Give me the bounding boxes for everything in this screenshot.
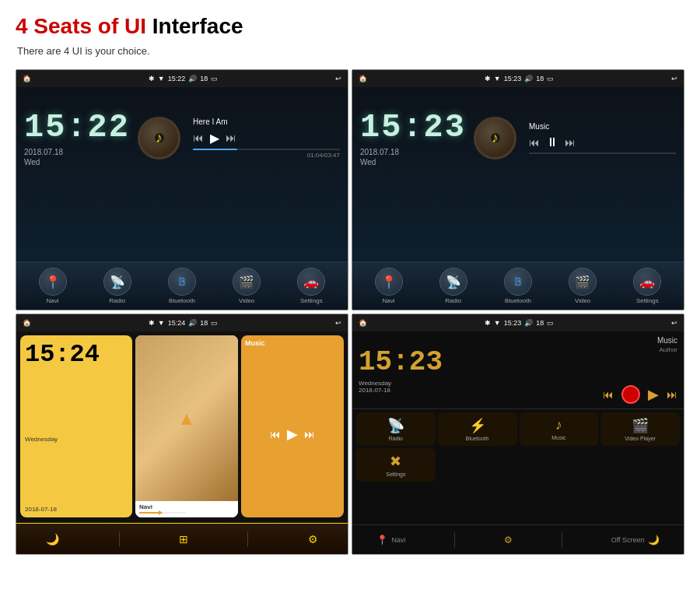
svg-marker-2	[159, 510, 163, 515]
music-player-1: ♪ Here I Am ⏮ ▶ ⏭ 01:04/03:47	[138, 117, 340, 160]
bluetooth-icon-circle-2: 𝔹	[504, 268, 532, 296]
screen-2: 🏠 ✱ ▼ 15:23 🔊 18 ▭ ↩ 15:23 2018.07.18 We…	[352, 69, 684, 310]
nav-settings-1[interactable]: 🚗 Settings	[297, 268, 325, 304]
record-btn-4[interactable]	[621, 385, 640, 404]
nav-video-1[interactable]: 🎬 Video	[233, 268, 261, 304]
status-left-3: 🏠	[23, 319, 31, 327]
bluetooth-icon-circle-1: 𝔹	[168, 268, 196, 296]
nav-navi-1[interactable]: 📍 Navi	[39, 268, 67, 304]
play-btn-2[interactable]: ⏸	[546, 135, 558, 149]
back-icon-4[interactable]: ↩	[671, 319, 677, 327]
bluetooth-status-4: ✱	[485, 319, 491, 327]
settings-label-4: Settings	[386, 472, 405, 477]
song-title-1: Here I Am	[193, 117, 340, 126]
signal-status-4: ▼	[494, 319, 501, 327]
radio-icon-4: 📡	[387, 417, 404, 434]
offscreen-icon-4: 🌙	[648, 535, 660, 545]
date-2: 2018.07.18	[360, 148, 466, 156]
status-right-4: ↩	[671, 319, 677, 327]
music-prev-4[interactable]: ⏮	[603, 388, 614, 401]
screen-icon-3: ▭	[211, 319, 218, 327]
icon-grid-4: 📡 Radio ⚡ Bluetooth ♪ Music 🎬 Video Play…	[352, 409, 684, 485]
date2-3: 2018-07-18	[25, 506, 128, 513]
radio-icon-1: 📡	[110, 275, 125, 289]
music-card-3: Music ⏮ ▶ ⏭	[241, 335, 344, 517]
icon-video-4[interactable]: 🎬 Video Player	[600, 412, 680, 446]
icon-music-4[interactable]: ♪ Music	[520, 412, 599, 446]
music-icon-4: ♪	[555, 417, 562, 433]
progress-bar-1	[193, 149, 340, 150]
icon-bluetooth-4[interactable]: ⚡ Bluetooth	[438, 412, 517, 446]
icon-radio-4[interactable]: 📡 Radio	[356, 412, 436, 446]
nav-radio-2[interactable]: 📡 Radio	[439, 268, 467, 304]
home-icon-2[interactable]: 🏠	[359, 75, 367, 82]
settings-btn-3[interactable]: ⚙	[308, 533, 318, 545]
music-card-controls-3: ⏮ ▶ ⏭	[241, 351, 344, 517]
status-right-1: ↩	[335, 75, 341, 82]
bluetooth-icon-2: 𝔹	[514, 275, 522, 288]
music-play-3[interactable]: ▶	[287, 426, 298, 443]
nav-bluetooth-2[interactable]: 𝔹 Bluetooth	[504, 268, 532, 304]
home-icon-3[interactable]: 🏠	[23, 319, 31, 327]
date-line2-4: 2018-07-18	[359, 387, 443, 394]
clock-3: 15:24	[25, 340, 128, 369]
screens-grid: 🏠 ✱ ▼ 15:22 🔊 18 ▭ ↩ 15:22 2018.07.18 We…	[0, 63, 700, 561]
grid-btn-3[interactable]: ⊞	[179, 533, 188, 545]
battery-val-4: 18	[536, 319, 544, 327]
bluetooth-label-4: Bluetooth	[466, 436, 489, 441]
back-icon-1[interactable]: ↩	[335, 75, 341, 82]
navi-icon-circle-1: 📍	[39, 268, 67, 296]
play-btn-1[interactable]: ▶	[210, 131, 219, 145]
bluetooth-label-2: Bluetooth	[505, 297, 531, 304]
navi-arrow-icon-3: ▲	[177, 408, 196, 429]
status-center-1: ✱ ▼ 15:22 🔊 18 ▭	[149, 75, 218, 82]
apps-bottom-4[interactable]: ⚙	[504, 535, 513, 545]
radio-icon-2: 📡	[446, 275, 461, 289]
settings-label-2: Settings	[636, 297, 659, 304]
music-next-3[interactable]: ⏭	[304, 428, 315, 440]
navi-icon-2: 📍	[381, 275, 397, 289]
video-label-2: Video	[575, 297, 590, 304]
back-icon-3[interactable]: ↩	[335, 319, 341, 327]
music-note-2: ♪	[492, 130, 499, 146]
icon-settings-4[interactable]: ✖ Settings	[356, 448, 436, 482]
page-title: 4 Seats of UI Interface	[16, 14, 684, 39]
navi-title-3: Navi	[139, 503, 234, 510]
status-bar-2: 🏠 ✱ ▼ 15:23 🔊 18 ▭ ↩	[352, 70, 684, 87]
home-icon-4[interactable]: 🏠	[359, 319, 367, 327]
nav-bluetooth-1[interactable]: 𝔹 Bluetooth	[168, 268, 196, 304]
nav-settings-2[interactable]: 🚗 Settings	[633, 268, 661, 304]
navi-label-1: Navi	[47, 297, 59, 304]
next-btn-1[interactable]: ⏭	[226, 131, 236, 144]
bottom-nav-1: 📍 Navi 📡 Radio 𝔹 Bluetooth 🎬	[16, 261, 348, 310]
music-controls-2: ⏮ ⏸ ⏭	[529, 135, 676, 149]
radio-label-1: Radio	[109, 297, 125, 304]
time-status-4: 15:23	[504, 319, 522, 327]
status-left-4: 🏠	[359, 319, 367, 327]
navi-bottom-icon-4: 📍	[376, 535, 388, 545]
navi-icon-1: 📍	[45, 275, 61, 289]
prev-btn-1[interactable]: ⏮	[193, 131, 204, 144]
moon-btn-3[interactable]: 🌙	[46, 533, 59, 545]
video-label-1: Video	[239, 297, 254, 304]
status-center-4: ✱ ▼ 15:23 🔊 18 ▭	[485, 319, 554, 327]
navi-bottom-4[interactable]: 📍 Navi	[376, 535, 405, 545]
screen-4: 🏠 ✱ ▼ 15:23 🔊 18 ▭ ↩ 15:23 Wednesday 201…	[352, 314, 684, 555]
home-icon-1[interactable]: 🏠	[23, 75, 31, 82]
music-play-4[interactable]: ▶	[648, 386, 659, 403]
status-right-3: ↩	[335, 319, 341, 327]
prev-btn-2[interactable]: ⏮	[529, 136, 540, 149]
music-author-4: Author	[659, 346, 677, 353]
nav-radio-1[interactable]: 📡 Radio	[103, 268, 131, 304]
next-btn-2[interactable]: ⏭	[565, 136, 576, 149]
music-next-4[interactable]: ⏭	[667, 388, 677, 401]
nav-video-2[interactable]: 🎬 Video	[569, 268, 597, 304]
music-prev-3[interactable]: ⏮	[270, 428, 281, 440]
navi-icon-circle-2: 📍	[375, 268, 403, 296]
offscreen-bottom-4[interactable]: Off Screen 🌙	[611, 535, 660, 545]
settings-icon-4: ✖	[390, 453, 401, 470]
nav-navi-2[interactable]: 📍 Navi	[375, 268, 403, 304]
bluetooth-status-3: ✱	[149, 319, 155, 327]
status-bar-1: 🏠 ✱ ▼ 15:22 🔊 18 ▭ ↩	[16, 70, 348, 87]
back-icon-2[interactable]: ↩	[671, 75, 677, 82]
